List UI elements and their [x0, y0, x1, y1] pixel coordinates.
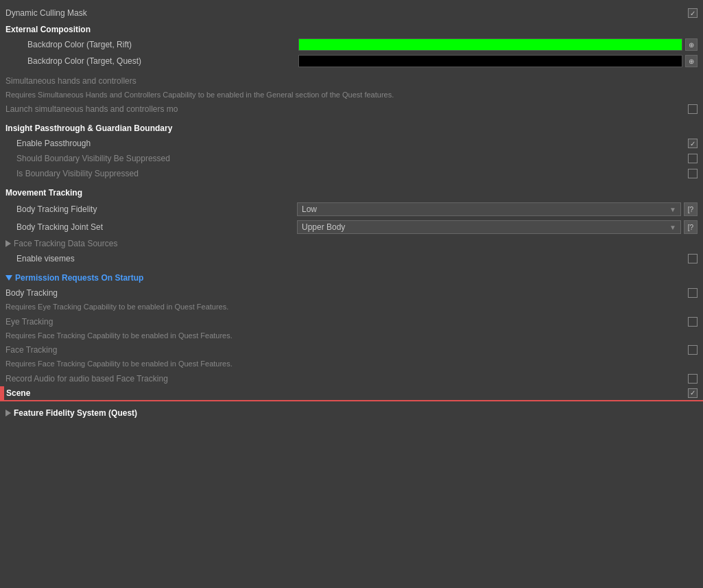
face-tracking-sources-triangle: [5, 240, 11, 247]
insight-passthrough-header: Insight Passthrough & Guardian Boundary: [0, 121, 703, 136]
simultaneous-hands-header: Simultaneous hands and controllers: [0, 73, 703, 89]
body-tracking-joint-row: Body Tracking Joint Set Upper Body ▼ [?: [0, 218, 703, 236]
backdrop-color-rift-row: Backdrop Color (Target, Rift) ⊕: [0, 36, 703, 53]
is-boundary-value: [688, 169, 698, 178]
is-boundary-row: Is Boundary Visibility Suppressed: [0, 166, 703, 181]
body-tracking-joint-dropdown[interactable]: Upper Body ▼: [297, 220, 681, 234]
eye-tracking-perm-row: Eye Tracking: [0, 314, 703, 329]
scene-row: Scene: [0, 386, 703, 401]
enable-passthrough-label: Enable Passthrough: [16, 139, 688, 148]
launch-simultaneous-row: Launch simultaneous hands and controller…: [0, 102, 703, 117]
enable-passthrough-row: Enable Passthrough: [0, 136, 703, 151]
enable-visemes-row: Enable visemes: [0, 251, 703, 266]
should-boundary-checkbox[interactable]: [688, 154, 698, 163]
body-tracking-perm-label: Body Tracking: [5, 288, 688, 298]
feature-fidelity-header[interactable]: Feature Fidelity System (Quest): [0, 405, 703, 421]
enable-passthrough-value: [688, 139, 698, 148]
body-tracking-joint-arrow: ▼: [669, 224, 676, 231]
settings-panel: Dynamic Culling Mask External Compositio…: [0, 0, 703, 426]
body-tracking-fidelity-help[interactable]: [?: [684, 202, 698, 216]
scene-value: [688, 388, 698, 398]
backdrop-color-quest-eyedropper[interactable]: ⊕: [685, 55, 698, 67]
body-tracking-fidelity-selected: Low: [302, 204, 317, 214]
face-tracking-perm-value: [688, 345, 698, 355]
external-composition-label: External Composition: [5, 25, 698, 34]
enable-passthrough-checkbox[interactable]: [688, 139, 698, 148]
backdrop-color-rift-eyedropper[interactable]: ⊕: [685, 38, 698, 51]
should-boundary-label: Should Boundary Visibility Be Suppressed: [16, 154, 688, 163]
launch-simultaneous-label: Launch simultaneous hands and controller…: [5, 104, 688, 114]
enable-visemes-label: Enable visemes: [16, 254, 688, 263]
body-tracking-perm-value: [688, 288, 698, 298]
backdrop-color-quest-label: Backdrop Color (Target, Quest): [27, 56, 298, 66]
insight-passthrough-label: Insight Passthrough & Guardian Boundary: [5, 124, 698, 133]
body-tracking-joint-help[interactable]: [?: [684, 220, 698, 234]
feature-fidelity-label: Feature Fidelity System (Quest): [14, 408, 698, 418]
is-boundary-checkbox[interactable]: [688, 169, 698, 178]
enable-visemes-value: [688, 254, 698, 263]
face-tracking-sources-row[interactable]: Face Tracking Data Sources: [0, 236, 703, 251]
eye-tracking-perm-value: [688, 317, 698, 327]
body-tracking-fidelity-dropdown[interactable]: Low ▼: [297, 202, 681, 216]
dynamic-culling-mask-checkbox[interactable]: [688, 8, 698, 18]
body-tracking-joint-value: Upper Body ▼ [?: [297, 220, 698, 234]
eye-tracking-perm-label: Eye Tracking: [5, 317, 688, 327]
record-audio-perm-value: [688, 374, 698, 384]
body-tracking-fidelity-value: Low ▼ [?: [297, 202, 698, 216]
face-tracking-perm-checkbox[interactable]: [688, 345, 698, 355]
dynamic-culling-mask-label: Dynamic Culling Mask: [5, 8, 688, 18]
simultaneous-desc: Requires Simultaneous Hands and Controll…: [0, 89, 703, 102]
permission-requests-triangle: [5, 275, 12, 281]
permission-requests-label: Permission Requests On Startup: [15, 273, 143, 283]
simultaneous-hands-label: Simultaneous hands and controllers: [5, 76, 698, 86]
movement-tracking-header: Movement Tracking: [0, 185, 703, 200]
backdrop-color-rift-swatch[interactable]: [298, 38, 682, 51]
should-boundary-value: [688, 154, 698, 163]
backdrop-color-quest-swatch[interactable]: [298, 55, 682, 67]
movement-tracking-label: Movement Tracking: [5, 188, 698, 198]
eye-tracking-perm-checkbox[interactable]: [688, 317, 698, 327]
requires-face-tracking-desc1: Requires Face Tracking Capability to be …: [0, 329, 703, 342]
record-audio-perm-label: Record Audio for audio based Face Tracki…: [5, 374, 688, 384]
face-tracking-perm-row: Face Tracking: [0, 342, 703, 357]
body-tracking-joint-label: Body Tracking Joint Set: [16, 222, 297, 232]
face-tracking-perm-label: Face Tracking: [5, 345, 688, 355]
body-tracking-perm-checkbox[interactable]: [688, 288, 698, 298]
dynamic-culling-mask-value: [688, 8, 698, 18]
backdrop-color-quest-value: ⊕: [298, 55, 698, 67]
backdrop-color-quest-row: Backdrop Color (Target, Quest) ⊕: [0, 53, 703, 69]
record-audio-perm-checkbox[interactable]: [688, 374, 698, 384]
requires-eye-tracking-desc: Requires Eye Tracking Capability to be e…: [0, 301, 703, 314]
is-boundary-label: Is Boundary Visibility Suppressed: [16, 169, 688, 178]
body-tracking-fidelity-label: Body Tracking Fidelity: [16, 204, 297, 214]
record-audio-perm-row: Record Audio for audio based Face Tracki…: [0, 371, 703, 386]
backdrop-color-rift-label: Backdrop Color (Target, Rift): [27, 40, 298, 49]
feature-fidelity-triangle: [5, 410, 11, 416]
external-composition-header: External Composition: [0, 21, 703, 36]
scene-label: Scene: [6, 388, 688, 398]
scene-checkbox[interactable]: [688, 388, 698, 398]
launch-simultaneous-value: [688, 104, 698, 114]
body-tracking-fidelity-row: Body Tracking Fidelity Low ▼ [?: [0, 200, 703, 218]
body-tracking-fidelity-arrow: ▼: [669, 206, 676, 213]
body-tracking-joint-selected: Upper Body: [302, 222, 345, 232]
face-tracking-sources-label: Face Tracking Data Sources: [14, 239, 117, 248]
backdrop-color-rift-value: ⊕: [298, 38, 698, 51]
body-tracking-perm-row: Body Tracking: [0, 285, 703, 301]
should-boundary-row: Should Boundary Visibility Be Suppressed: [0, 151, 703, 166]
permission-requests-header[interactable]: Permission Requests On Startup: [0, 270, 703, 285]
enable-visemes-checkbox[interactable]: [688, 254, 698, 263]
requires-face-tracking-desc2: Requires Face Tracking Capability to be …: [0, 357, 703, 371]
dynamic-culling-mask-row: Dynamic Culling Mask: [0, 5, 703, 21]
launch-simultaneous-checkbox[interactable]: [688, 104, 698, 114]
